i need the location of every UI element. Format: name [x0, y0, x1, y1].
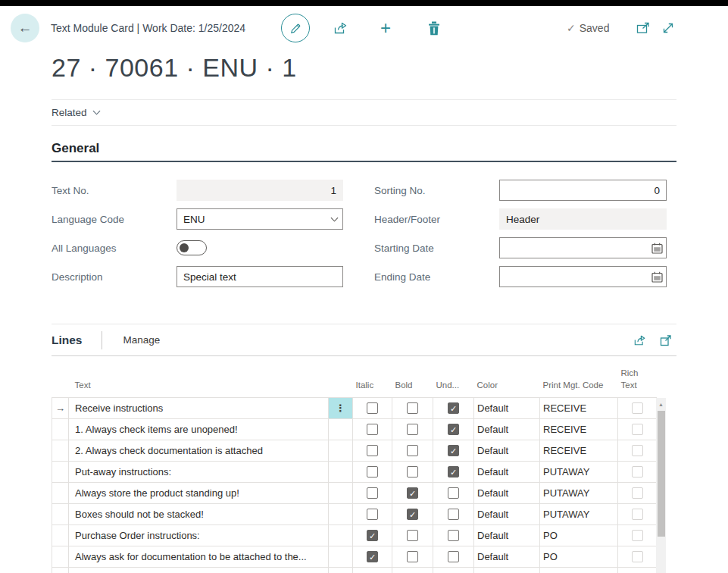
text-cell[interactable]: Receive instructions [69, 397, 329, 418]
italic-checkbox[interactable] [367, 466, 378, 478]
italic-checkbox[interactable] [367, 424, 378, 435]
general-section-title[interactable]: General [52, 141, 676, 162]
row-menu-cell[interactable]: ⋮ [329, 397, 353, 418]
lines-section-title[interactable]: Lines [52, 333, 82, 347]
bold-checkbox[interactable] [407, 402, 418, 414]
italic-checkbox[interactable] [367, 509, 378, 520]
color-cell[interactable]: Default [474, 440, 540, 461]
bold-checkbox[interactable] [407, 530, 418, 541]
row-selector-cell[interactable] [52, 418, 69, 440]
print-mgt-code-cell[interactable]: RECEIVE [540, 418, 618, 440]
underline-checkbox[interactable] [448, 487, 459, 499]
back-button[interactable]: ← [11, 14, 39, 42]
color-cell[interactable]: Default [474, 546, 540, 567]
underline-checkbox[interactable] [448, 466, 459, 478]
italic-column-header[interactable]: Italic [353, 356, 392, 397]
print-mgt-code-cell[interactable]: PUTAWAY [540, 461, 618, 482]
scroll-up-arrow-icon[interactable]: ▲ [656, 398, 666, 410]
sorting-no-input[interactable] [499, 180, 667, 201]
underline-checkbox[interactable] [448, 530, 459, 541]
underline-checkbox[interactable] [448, 445, 459, 456]
text-cell[interactable]: Always store the product standing up! [69, 482, 329, 503]
underline-cell[interactable] [433, 418, 474, 440]
print-mgt-code-cell[interactable]: PUTAWAY [540, 482, 618, 503]
starting-date-input[interactable] [499, 237, 667, 258]
row-selector-cell[interactable] [52, 461, 69, 482]
italic-checkbox[interactable] [367, 487, 378, 499]
italic-cell[interactable] [353, 418, 392, 440]
print-mgt-code-cell[interactable]: PO [540, 546, 618, 567]
language-code-dropdown-button[interactable] [330, 208, 339, 230]
underline-column-header[interactable]: Und... [433, 356, 474, 397]
print-mgt-code-cell[interactable]: PO [540, 524, 618, 546]
row-selector-cell[interactable] [52, 546, 69, 567]
italic-checkbox[interactable] [367, 445, 378, 456]
text-cell[interactable]: Always ask for documentation to be attac… [69, 546, 329, 567]
manage-menu[interactable]: Manage [123, 334, 160, 346]
scrollbar-thumb[interactable] [658, 411, 665, 537]
starting-date-calendar-button[interactable] [651, 237, 663, 258]
underline-cell[interactable] [433, 524, 474, 546]
share-button[interactable] [333, 6, 348, 50]
color-cell[interactable]: Default [474, 461, 540, 482]
underline-cell[interactable] [433, 503, 474, 524]
bold-cell[interactable] [392, 461, 433, 482]
row-selector-cell[interactable] [52, 524, 69, 546]
italic-checkbox[interactable] [367, 551, 378, 562]
print-mgt-code-column-header[interactable]: Print Mgt. Code [540, 356, 618, 397]
bold-checkbox[interactable] [407, 487, 418, 499]
lines-share-button[interactable] [633, 334, 647, 346]
print-mgt-code-cell[interactable]: RECEIVE [540, 397, 618, 418]
color-cell[interactable]: Default [474, 482, 540, 503]
text-cell[interactable]: Put-away instructions: [69, 461, 329, 482]
underline-cell[interactable] [433, 461, 474, 482]
underline-checkbox[interactable] [448, 424, 459, 435]
underline-cell[interactable] [433, 546, 474, 567]
color-cell[interactable]: Default [474, 503, 540, 524]
print-mgt-code-cell[interactable]: PUTAWAY [540, 503, 618, 524]
all-languages-toggle[interactable] [177, 240, 207, 255]
italic-cell[interactable] [353, 440, 392, 461]
bold-checkbox[interactable] [407, 466, 418, 478]
bold-column-header[interactable]: Bold [392, 356, 433, 397]
row-selector-cell[interactable] [52, 440, 69, 461]
bold-checkbox[interactable] [407, 445, 418, 456]
underline-cell[interactable] [433, 482, 474, 503]
language-code-input[interactable] [177, 208, 343, 230]
color-cell[interactable]: Default [474, 418, 540, 440]
underline-checkbox[interactable] [448, 509, 459, 520]
underline-cell[interactable] [433, 440, 474, 461]
row-selector-cell[interactable]: → [52, 397, 69, 418]
bold-cell[interactable] [392, 418, 433, 440]
lines-focus-button[interactable] [660, 334, 672, 346]
italic-checkbox[interactable] [367, 402, 378, 414]
bold-cell[interactable] [392, 546, 433, 567]
bold-cell[interactable] [392, 440, 433, 461]
text-cell[interactable]: Purchase Order instructions: [69, 524, 329, 546]
color-cell[interactable]: Default [474, 397, 540, 418]
resize-button[interactable] [661, 6, 675, 50]
ending-date-input[interactable] [499, 266, 667, 287]
ending-date-calendar-button[interactable] [651, 266, 663, 287]
text-column-header[interactable]: Text [69, 356, 329, 397]
italic-cell[interactable] [353, 524, 392, 546]
color-cell[interactable]: Default [474, 524, 540, 546]
italic-checkbox[interactable] [367, 530, 378, 541]
text-cell[interactable]: 1. Always check items are unopened! [69, 418, 329, 440]
italic-cell[interactable] [353, 503, 392, 524]
new-button[interactable]: + [380, 6, 391, 50]
underline-checkbox[interactable] [448, 402, 459, 414]
italic-cell[interactable] [353, 397, 392, 418]
delete-button[interactable] [428, 6, 440, 50]
color-column-header[interactable]: Color [474, 356, 540, 397]
italic-cell[interactable] [353, 461, 392, 482]
rich-text-column-header[interactable]: Rich Text [618, 356, 657, 397]
edit-button[interactable] [281, 14, 310, 42]
bold-checkbox[interactable] [407, 509, 418, 520]
table-scrollbar[interactable]: ▲ [656, 398, 666, 573]
open-in-window-button[interactable] [636, 6, 651, 50]
italic-cell[interactable] [353, 482, 392, 503]
print-mgt-code-cell[interactable]: RECEIVE [540, 440, 618, 461]
bold-checkbox[interactable] [407, 424, 418, 435]
row-selector-cell[interactable] [52, 503, 69, 524]
